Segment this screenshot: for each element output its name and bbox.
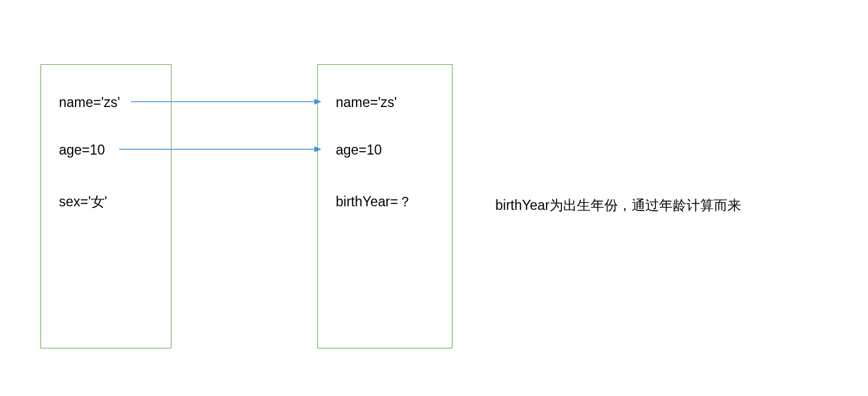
source-property-sex: sex='女': [59, 193, 107, 211]
target-property-age: age=10: [336, 142, 382, 158]
source-property-age: age=10: [59, 142, 105, 158]
annotation-text: birthYear为出生年份，通过年龄计算而来: [495, 195, 741, 216]
source-property-name: name='zs': [59, 95, 120, 111]
target-object-box: name='zs' age=10 birthYear=？: [317, 64, 452, 348]
target-property-birthyear: birthYear=？: [336, 193, 412, 211]
target-property-name: name='zs': [336, 95, 397, 111]
source-object-box: name='zs' age=10 sex='女': [40, 64, 171, 348]
